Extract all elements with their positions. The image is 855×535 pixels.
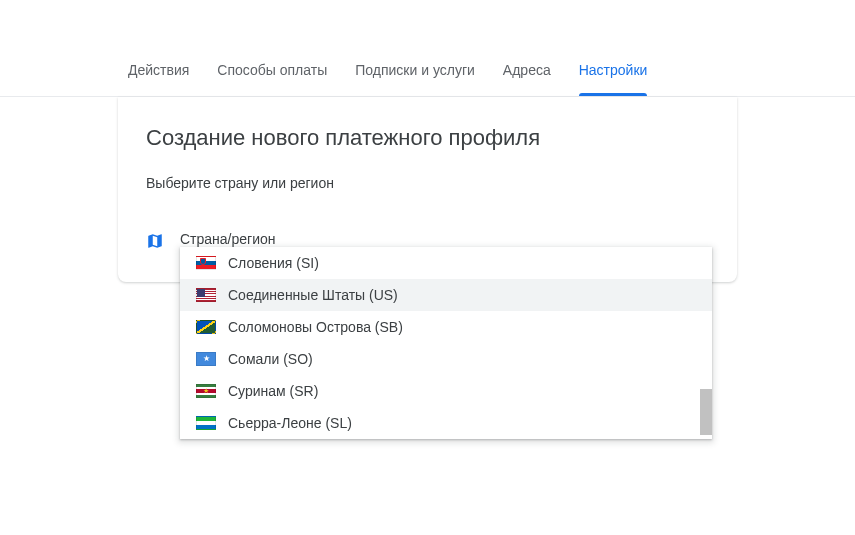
page-title: Создание нового платежного профиля [146,125,709,151]
country-option-sr[interactable]: Суринам (SR) [180,375,712,407]
flag-icon [196,384,216,398]
flag-icon [196,256,216,270]
country-option-si[interactable]: Словения (SI) [180,247,712,279]
tab-settings[interactable]: Настройки [579,62,648,96]
country-option-sb[interactable]: Соломоновы Острова (SB) [180,311,712,343]
country-dropdown[interactable]: Словения (SI) Соединенные Штаты (US) Сол… [180,247,712,439]
nav-tabs: Действия Способы оплаты Подписки и услуг… [0,0,855,97]
tab-actions[interactable]: Действия [128,62,189,96]
country-option-label: Соединенные Штаты (US) [228,287,398,303]
flag-icon [196,416,216,430]
scrollbar-thumb[interactable] [700,389,712,435]
tab-subscriptions[interactable]: Подписки и услуги [355,62,475,96]
country-option-so[interactable]: Сомали (SO) [180,343,712,375]
flag-icon [196,288,216,302]
country-option-label: Словения (SI) [228,255,319,271]
map-icon [146,232,164,250]
country-dropdown-list: Словения (SI) Соединенные Штаты (US) Сол… [180,247,712,439]
country-option-label: Соломоновы Острова (SB) [228,319,403,335]
country-option-sl[interactable]: Сьерра-Леоне (SL) [180,407,712,439]
country-option-label: Суринам (SR) [228,383,318,399]
tab-payment-methods[interactable]: Способы оплаты [217,62,327,96]
flag-icon [196,352,216,366]
country-field-label: Страна/регион [180,231,276,247]
country-option-us[interactable]: Соединенные Штаты (US) [180,279,712,311]
country-option-label: Сомали (SO) [228,351,313,367]
flag-icon [196,320,216,334]
subtitle: Выберите страну или регион [146,175,709,191]
tab-addresses[interactable]: Адреса [503,62,551,96]
country-option-label: Сьерра-Леоне (SL) [228,415,352,431]
